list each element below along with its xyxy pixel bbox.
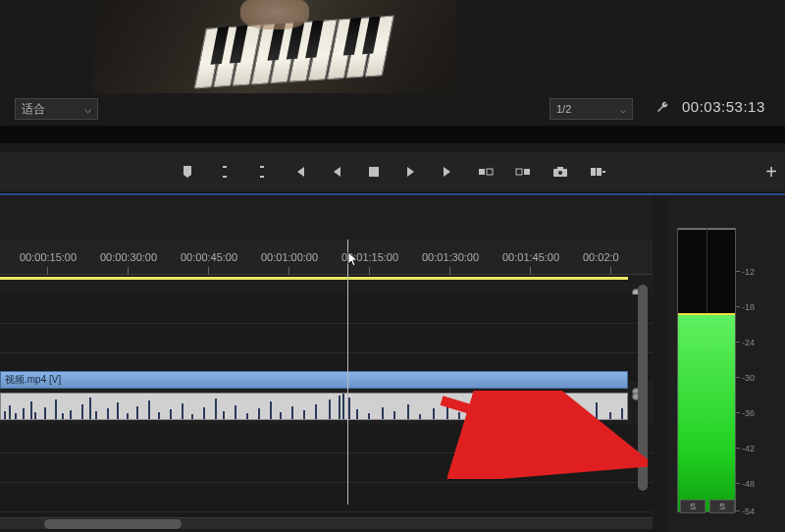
playback-resolution-select[interactable]: 1/2 ⌵ <box>550 98 633 120</box>
cursor-icon <box>347 251 359 269</box>
video-clip[interactable]: 视频.mp4 [V] <box>0 371 628 389</box>
add-marker-button[interactable] <box>178 162 197 182</box>
chevron-down-icon: ⌵ <box>620 104 626 115</box>
panel-divider <box>0 126 785 143</box>
ruler-tick: 00:01:30:00 <box>422 251 479 263</box>
timeline-panel: 00:00:15:00 00:00:30:00 00:00:45:00 00:0… <box>0 196 653 510</box>
horizontal-scrollbar-thumb[interactable] <box>44 519 182 529</box>
solo-right-button[interactable]: S <box>709 500 735 513</box>
lift-button[interactable] <box>476 162 496 182</box>
goto-in-button[interactable] <box>289 162 309 182</box>
step-forward-button[interactable] <box>401 162 421 182</box>
zoom-fit-label: 适合 <box>22 101 45 118</box>
chevron-down-icon: ⌵ <box>84 102 91 116</box>
svg-rect-0 <box>369 167 379 177</box>
svg-point-6 <box>558 171 562 175</box>
time-ruler[interactable]: 00:00:15:00 00:00:30:00 00:00:45:00 00:0… <box>0 239 653 275</box>
program-monitor <box>93 0 456 93</box>
solo-left-button[interactable]: S <box>680 500 706 513</box>
clip-label: 视频.mp4 [V] <box>1 372 627 388</box>
wrench-icon <box>654 100 670 116</box>
ruler-tick: 00:00:45:00 <box>181 251 237 263</box>
svg-rect-3 <box>516 169 522 175</box>
button-editor[interactable]: + <box>765 152 777 191</box>
export-frame-button[interactable] <box>550 162 570 182</box>
ruler-tick: 00:01:00:00 <box>261 251 318 263</box>
svg-rect-7 <box>557 167 563 170</box>
audio-waveform <box>1 394 627 419</box>
vertical-scrollbar[interactable] <box>638 285 648 491</box>
audio-meter[interactable]: S S <box>677 228 736 512</box>
video-track-v3[interactable] <box>0 294 653 324</box>
db-scale: -12 -18 -24 -30 -36 -42 -48 -54 <box>742 228 781 512</box>
settings-button[interactable] <box>653 98 672 118</box>
transport-toolbar: + <box>0 152 785 191</box>
audio-track-a4[interactable] <box>0 483 653 512</box>
svg-rect-8 <box>591 168 596 176</box>
audio-meter-panel: S S -12 -18 -24 -30 -36 -42 -48 -54 <box>667 196 785 532</box>
goto-out-button[interactable] <box>439 162 458 182</box>
extract-button[interactable] <box>513 162 533 182</box>
resolution-label: 1/2 <box>556 103 571 115</box>
ruler-tick: 00:00:15:00 <box>20 251 77 263</box>
stop-button[interactable] <box>364 162 384 182</box>
svg-rect-1 <box>479 169 485 175</box>
mark-in-button[interactable] <box>215 162 235 182</box>
insert-button[interactable] <box>588 162 607 182</box>
audio-track-a2[interactable] <box>0 424 653 453</box>
ruler-tick: 00:02:0 <box>583 251 619 263</box>
svg-rect-4 <box>524 169 530 175</box>
timecode-display[interactable]: 00:03:53:13 <box>682 98 765 115</box>
playhead[interactable] <box>347 239 348 505</box>
ruler-tick: 00:00:30:00 <box>100 251 157 263</box>
work-area-bar[interactable] <box>0 277 628 280</box>
audio-track-a3[interactable] <box>0 453 653 483</box>
panel-border <box>0 193 785 195</box>
zoom-fit-select[interactable]: 适合 ⌵ <box>15 98 98 120</box>
svg-rect-2 <box>487 169 493 175</box>
audio-clip[interactable] <box>0 393 628 420</box>
mark-out-button[interactable] <box>252 162 272 182</box>
video-track-v2[interactable] <box>0 324 653 353</box>
meter-level <box>678 315 735 511</box>
horizontal-scrollbar-track[interactable] <box>0 517 653 529</box>
svg-rect-10 <box>602 171 605 173</box>
ruler-tick: 00:01:45:00 <box>502 251 559 263</box>
step-back-button[interactable] <box>327 162 346 182</box>
svg-rect-9 <box>597 168 602 176</box>
